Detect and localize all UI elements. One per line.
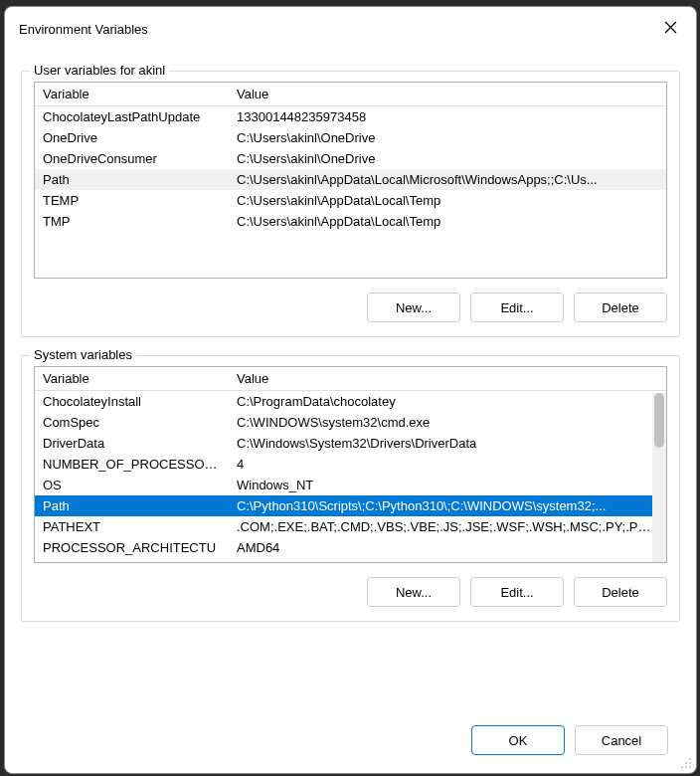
close-button[interactable] [656, 15, 684, 43]
cancel-button[interactable]: Cancel [575, 725, 668, 755]
cell-variable: OS [35, 475, 229, 495]
system-variables-group: System variables Variable Value Chocolat… [21, 355, 680, 622]
titlebar: Environment Variables [5, 7, 696, 47]
dialog-footer: OK Cancel [5, 707, 696, 773]
cell-variable: ChocolateyInstall [35, 391, 229, 413]
system-new-button[interactable]: New... [367, 577, 460, 607]
table-row[interactable]: DriverDataC:\Windows\System32\Drivers\Dr… [35, 433, 666, 454]
cell-variable: PATHEXT [35, 516, 229, 537]
cell-variable: DriverData [35, 433, 229, 454]
table-row[interactable]: OneDriveC:\Users\akinl\OneDrive [35, 127, 666, 148]
table-row[interactable]: ChocolateyInstallC:\ProgramData\chocolat… [35, 391, 666, 413]
user-variables-group: User variables for akinl Variable Value … [21, 71, 680, 337]
table-row[interactable]: NUMBER_OF_PROCESSORS4 [35, 454, 666, 475]
svg-point-1 [685, 762, 687, 764]
cell-value: C:\Python310\Scripts\;C:\Python310\;C:\W… [229, 495, 666, 516]
user-variables-table[interactable]: Variable Value ChocolateyLastPathUpdate1… [34, 82, 667, 279]
cell-value: C:\Windows\System32\Drivers\DriverData [229, 433, 666, 454]
cell-value: AMD64 [229, 537, 666, 558]
system-group-label: System variables [30, 347, 136, 362]
cell-variable: TMP [35, 211, 229, 232]
column-header-value[interactable]: Value [229, 83, 666, 106]
close-icon [664, 21, 677, 37]
cell-value: C:\Users\akinl\OneDrive [229, 148, 666, 169]
resize-grip[interactable] [679, 756, 693, 770]
svg-point-4 [685, 766, 687, 768]
table-row[interactable]: PathC:\Users\akinl\AppData\Local\Microso… [35, 169, 666, 190]
table-row[interactable]: TMPC:\Users\akinl\AppData\Local\Temp [35, 211, 666, 232]
svg-point-2 [689, 762, 691, 764]
system-buttons-row: New... Edit... Delete [34, 577, 667, 607]
scrollbar-thumb[interactable] [654, 393, 664, 448]
table-row[interactable]: OSWindows_NT [35, 475, 666, 495]
cell-variable: Path [35, 169, 229, 190]
user-buttons-row: New... Edit... Delete [34, 292, 667, 322]
cell-value: C:\Users\akinl\AppData\Local\Temp [229, 211, 666, 232]
user-group-label: User variables for akinl [30, 63, 169, 78]
cell-value: 4 [229, 454, 666, 475]
table-row[interactable]: PROCESSOR_ARCHITECTUAMD64 [35, 537, 666, 558]
cell-variable: NUMBER_OF_PROCESSORS [35, 454, 229, 475]
cell-variable: Path [35, 495, 229, 516]
cell-variable: OneDrive [35, 127, 229, 148]
cell-variable: OneDriveConsumer [35, 148, 229, 169]
column-header-variable[interactable]: Variable [35, 83, 229, 106]
cell-value: .COM;.EXE;.BAT;.CMD;.VBS;.VBE;.JS;.JSE;.… [229, 516, 666, 537]
column-header-value[interactable]: Value [229, 367, 666, 391]
user-delete-button[interactable]: Delete [574, 292, 667, 322]
system-edit-button[interactable]: Edit... [470, 577, 564, 607]
cell-value: C:\WINDOWS\system32\cmd.exe [229, 412, 666, 433]
system-variables-table[interactable]: Variable Value ChocolateyInstallC:\Progr… [34, 366, 667, 563]
table-row[interactable]: PATHEXT.COM;.EXE;.BAT;.CMD;.VBS;.VBE;.JS… [35, 516, 666, 537]
dialog-title: Environment Variables [19, 22, 148, 37]
cell-value: C:\Users\akinl\AppData\Local\Temp [229, 190, 666, 211]
ok-button[interactable]: OK [471, 725, 565, 755]
table-row[interactable]: PathC:\Python310\Scripts\;C:\Python310\;… [35, 495, 666, 516]
table-row[interactable]: ChocolateyLastPathUpdate1330014482359734… [35, 106, 666, 128]
svg-point-5 [689, 766, 691, 768]
cell-variable: ComSpec [35, 412, 229, 433]
scrollbar[interactable] [652, 393, 666, 562]
user-edit-button[interactable]: Edit... [470, 292, 564, 322]
cell-value: 133001448235973458 [229, 106, 666, 128]
cell-value: C:\Users\akinl\AppData\Local\Microsoft\W… [229, 169, 666, 190]
cell-value: C:\Users\akinl\OneDrive [229, 127, 666, 148]
cell-variable: ChocolateyLastPathUpdate [35, 106, 229, 128]
table-row[interactable]: OneDriveConsumerC:\Users\akinl\OneDrive [35, 148, 666, 169]
svg-point-3 [681, 766, 683, 768]
svg-point-0 [689, 758, 691, 760]
cell-value: Windows_NT [229, 475, 666, 495]
table-row[interactable]: TEMPC:\Users\akinl\AppData\Local\Temp [35, 190, 666, 211]
dialog-content: User variables for akinl Variable Value … [5, 47, 696, 707]
env-vars-dialog: Environment Variables User variables for… [4, 6, 697, 774]
cell-value: C:\ProgramData\chocolatey [229, 391, 666, 413]
cell-variable: PROCESSOR_ARCHITECTU [35, 537, 229, 558]
table-row[interactable]: ComSpecC:\WINDOWS\system32\cmd.exe [35, 412, 666, 433]
cell-variable: TEMP [35, 190, 229, 211]
system-delete-button[interactable]: Delete [574, 577, 667, 607]
user-new-button[interactable]: New... [367, 292, 460, 322]
column-header-variable[interactable]: Variable [35, 367, 229, 391]
